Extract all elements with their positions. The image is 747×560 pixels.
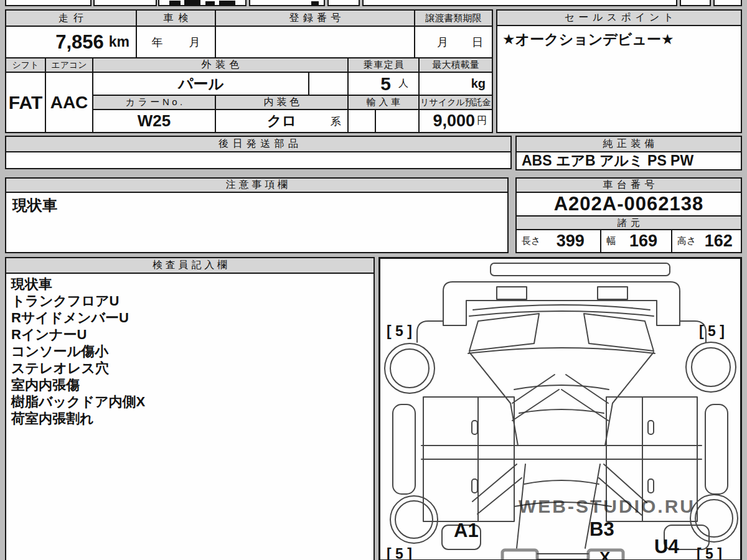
maxload-header: 最大積載量: [418, 57, 493, 73]
tire-label-front-right: [ 5 ]: [699, 323, 725, 339]
interior-color-cell: クロ 系: [215, 109, 349, 133]
cutoff-text-remnant: [205, 1, 215, 5]
car-cabin-left-edge: [469, 352, 518, 446]
inspector-line: 現状車: [11, 276, 369, 292]
mileage-header: 走行: [5, 9, 137, 27]
car-rear-bumper-left-box: [502, 550, 537, 559]
cutoff-text-remnant: [184, 0, 200, 5]
chassis-cell: A202A-0062138: [515, 192, 742, 217]
mileage-value: 7,856: [55, 31, 104, 54]
car-sill-right: [705, 404, 728, 494]
auction-sheet: 走行 車検 登録番号 譲渡書類期限 7,856 km 年 月 月 日 シフト エ…: [0, 0, 747, 560]
chassis-header: 車台番号: [515, 177, 742, 193]
interior-color-suffix: 系: [331, 114, 341, 128]
shaken-cell: 年 月: [136, 26, 216, 58]
spec-height-label: 高さ: [672, 235, 696, 247]
interior-color-header: 内装色: [215, 95, 349, 110]
transfer-month-label: 月: [437, 35, 448, 50]
inspector-line: 荷室内張割れ: [11, 410, 369, 427]
shaken-year-label: 年: [152, 35, 163, 50]
car-diagram: WEB-STUDIO.RU [ 5 ] [ 5 ] [ 5 ] [ 5 ] A1…: [380, 259, 740, 559]
mileage-cell: 7,856 km: [5, 26, 137, 58]
car-windshield-right: [584, 314, 654, 351]
registration-header: 登録番号: [215, 9, 415, 27]
inspector-line: 室内内張傷: [11, 376, 369, 393]
transfer-day-label: 日: [472, 35, 483, 50]
car-front-plate-left: [497, 287, 527, 299]
spec-width-label: 幅: [601, 235, 616, 247]
exterior-color-extra-cell: [308, 72, 349, 96]
car-cowl-arc: [473, 305, 650, 310]
specs-header: 諸元: [515, 215, 742, 230]
recycle-deposit-value: 9,000: [433, 111, 475, 131]
capacity-value: 5: [380, 73, 391, 95]
notes-cell: 現状車: [5, 192, 509, 253]
color-no-header: カラーNo.: [92, 95, 216, 110]
damage-label-x: X: [599, 548, 611, 559]
car-door-handle-front-right: [648, 421, 654, 434]
tire-label-rear-right: [ 5 ]: [697, 546, 722, 559]
later-parts-cell: [5, 151, 512, 169]
cutoff-text-remnant: [311, 1, 319, 5]
car-cowl-arc2: [469, 311, 654, 316]
watermark: WEB-STUDIO.RU: [519, 496, 695, 516]
car-door-handle-rear-right: [648, 479, 654, 493]
capacity-cell: 5 人: [347, 72, 420, 96]
car-rear-seat-arc: [524, 480, 599, 484]
wheel-front-right-icon: [686, 342, 736, 392]
shaken-header: 車検: [136, 9, 216, 27]
transfer-deadline-cell: 月 日: [414, 26, 493, 58]
car-cpillar-left2: [477, 478, 522, 514]
car-fender-left: [417, 321, 443, 342]
spec-length-value: 399: [540, 231, 600, 251]
import-extra-cell: [375, 109, 420, 133]
inspector-line: RインナーU: [11, 326, 369, 343]
cutoff-text-remnant: [169, 1, 181, 5]
import-cell: [347, 109, 376, 133]
car-windshield-left: [469, 314, 539, 351]
car-roof-arc1: [514, 385, 609, 390]
car-door-handle-rear-left: [472, 479, 477, 493]
cutoff-cell: [327, 0, 360, 6]
spec-length-cell: 長さ 399: [515, 229, 601, 253]
car-hood-arc: [468, 348, 655, 353]
cutoff-cell: [713, 0, 742, 6]
recycle-deposit-cell: 9,000 円: [418, 109, 493, 133]
tire-label-rear-left: [ 5 ]: [387, 546, 412, 559]
inspector-line: 樹脂バックドア内側X: [11, 393, 369, 410]
recycle-deposit-unit: 円: [477, 114, 487, 128]
sales-point-cell: ★オークションデビュー★: [496, 25, 742, 133]
equipment-header: 純正装備: [515, 136, 742, 152]
shaken-month-label: 月: [189, 35, 200, 50]
notes-header: 注意事項欄: [5, 177, 509, 193]
cutoff-cell: [5, 0, 92, 6]
inspector-cell: 現状車 トランクフロアU RサイドメンバーU RインナーU コンソール傷小 ステ…: [5, 273, 375, 560]
inspector-line: コンソール傷小: [11, 343, 369, 360]
spec-height-value: 162: [696, 231, 741, 251]
car-door-handle-front-left: [472, 421, 477, 434]
exterior-color-cell: パール: [92, 72, 309, 96]
damage-label-a1: A1: [454, 520, 479, 541]
cutoff-cell: [93, 0, 157, 6]
car-front-plate-right: [598, 287, 627, 299]
maxload-cell: kg: [418, 72, 493, 96]
spec-width-cell: 幅 169: [600, 229, 672, 253]
aircon-cell: AAC: [45, 72, 93, 133]
interior-color-value: クロ: [216, 110, 347, 132]
aircon-header: エアコン: [45, 57, 93, 73]
spec-length-label: 長さ: [517, 235, 540, 247]
capacity-header: 乗車定員: [347, 57, 420, 73]
car-apillar-left2: [512, 390, 559, 421]
inspector-line: RサイドメンバーU: [11, 309, 369, 326]
inspector-header: 検査員記入欄: [5, 257, 375, 274]
import-header: 輸入車: [347, 95, 420, 110]
transfer-deadline-header: 譲渡書類期限: [414, 9, 493, 27]
capacity-unit: 人: [398, 77, 408, 90]
car-front-bumper: [443, 282, 680, 325]
cutoff-text-remnant: [219, 1, 235, 5]
shift-cell: FAT: [5, 72, 46, 133]
car-sill-left: [393, 404, 415, 494]
tire-label-front-left: [ 5 ]: [387, 323, 412, 339]
inspector-line: ステレオレス穴: [11, 360, 369, 376]
cutoff-cell: [362, 0, 677, 6]
